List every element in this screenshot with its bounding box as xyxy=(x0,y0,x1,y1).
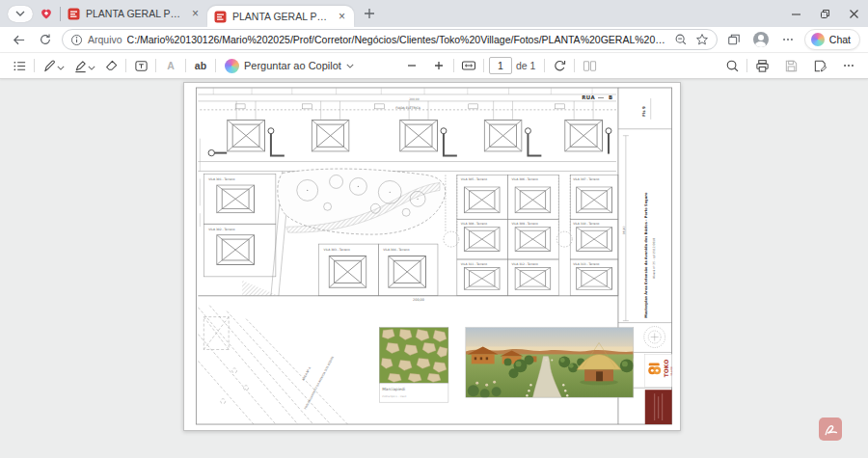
save-button[interactable] xyxy=(781,56,800,75)
pen-icon xyxy=(42,59,57,73)
tab-title: PLANTA GERAL PROJETO.pdf xyxy=(232,11,331,22)
stamp xyxy=(644,327,665,348)
pdf-toolbar: A ab Perguntar ao Copilot de 1 xyxy=(0,53,868,79)
table-of-contents-button[interactable] xyxy=(10,56,29,75)
pen-dropdown[interactable] xyxy=(57,57,65,74)
plot-label: VILA 310 - Terreno xyxy=(573,222,599,226)
save-icon xyxy=(784,59,799,73)
back-button[interactable] xyxy=(8,29,29,50)
open-in-acrobat-button[interactable] xyxy=(819,418,842,441)
printer-icon xyxy=(755,59,770,73)
pinned-tab[interactable] xyxy=(33,0,60,27)
file-scheme-label: Arquivo xyxy=(88,34,122,45)
street-name: RUA xyxy=(582,94,595,100)
zoom-in-page-button[interactable] xyxy=(429,56,448,75)
back-arrow-icon xyxy=(12,33,26,47)
save-as-icon xyxy=(813,59,827,73)
minimize-button[interactable] xyxy=(781,0,810,27)
two-page-icon xyxy=(583,59,597,73)
profile-button[interactable] xyxy=(750,29,772,50)
url-field[interactable]: Arquivo C:/Mario%20130126/Mario%202025/P… xyxy=(62,29,718,50)
restore-button[interactable] xyxy=(810,0,839,27)
tab-1[interactable]: PLANTA GERAL PROJETO.pdf × xyxy=(61,0,207,27)
bottom-dimension: 200,00 xyxy=(413,298,424,302)
rotate-button[interactable] xyxy=(550,56,569,75)
page-count-label: de 1 xyxy=(516,60,535,71)
chevron-down-icon xyxy=(15,11,25,16)
fit-to-width-button[interactable] xyxy=(459,56,478,75)
close-window-button[interactable] xyxy=(839,0,868,27)
right-dimension: 98,40 xyxy=(622,227,626,235)
logo-subtitle: VILLAGE xyxy=(670,365,673,375)
tab-search-button[interactable] xyxy=(8,6,33,22)
page-view-button[interactable] xyxy=(580,56,599,75)
plot-label: VILA 309 - Terreno xyxy=(512,222,538,226)
tab-close-button[interactable]: × xyxy=(190,9,201,18)
read-aloud-button[interactable]: A xyxy=(161,56,180,75)
pdf-favicon-icon xyxy=(68,8,80,20)
draw-pen-button[interactable] xyxy=(40,56,59,75)
refresh-icon xyxy=(39,33,52,46)
plot-label: VILA 307 - Terreno xyxy=(573,177,599,181)
minus-icon xyxy=(406,60,418,71)
plot-label: VILA 303 - Terreno xyxy=(324,248,350,252)
save-as-button[interactable] xyxy=(810,56,829,75)
tab-strip: PLANTA GERAL PROJETO.pdf × PLANTA GERAL … xyxy=(0,0,868,27)
zoom-out-icon[interactable] xyxy=(674,33,688,46)
toolbar-more-button[interactable] xyxy=(839,56,858,75)
diagonal-roads xyxy=(198,306,347,424)
electrical-line-label: FIADA ELÉTRICA xyxy=(395,106,421,110)
copilot-icon xyxy=(225,59,239,73)
zoom-out-page-button[interactable] xyxy=(402,56,421,75)
rotate-icon xyxy=(553,59,567,73)
window-controls xyxy=(781,0,868,27)
fit-width-icon xyxy=(461,58,476,73)
plot-label: VILA 305 - Terreno xyxy=(461,177,487,181)
highlighter-icon xyxy=(73,59,88,73)
favorites-star-icon[interactable] xyxy=(695,33,709,46)
plot-label: VILA 308 - Terreno xyxy=(461,222,487,226)
search-icon xyxy=(725,59,740,73)
pdf-favicon-icon xyxy=(214,11,227,23)
collections-icon xyxy=(727,33,741,46)
red-title-block xyxy=(645,390,672,424)
highlighter-button[interactable] xyxy=(70,56,90,75)
logo-title: TOKO xyxy=(663,360,669,378)
refresh-button[interactable] xyxy=(35,29,56,50)
ask-copilot-button[interactable]: Perguntar ao Copilot xyxy=(221,59,358,73)
plus-icon xyxy=(364,8,375,19)
text-box-icon xyxy=(134,59,149,73)
plot-label: VILA 302 - Terreno xyxy=(208,228,234,231)
sidewalk-splay xyxy=(242,281,279,296)
eraser-icon xyxy=(104,59,119,73)
print-button[interactable] xyxy=(752,56,772,75)
translate-button[interactable]: ab xyxy=(191,56,210,75)
add-text-button[interactable] xyxy=(131,56,150,75)
browser-menu-button[interactable] xyxy=(777,29,799,50)
collections-button[interactable] xyxy=(723,29,745,50)
chat-label: Chat xyxy=(829,34,851,45)
plot-label: VILA 311 - Terreno xyxy=(461,262,487,266)
strip-title: Masterplan Área Extensão da Avenida dos … xyxy=(643,192,648,318)
paving-caption: Marciapiedi Pietra tipo 1 - Travil xyxy=(379,383,448,402)
top-dimension: 200,00 xyxy=(409,97,419,101)
url-text: C:/Mario%20130126/Mario%202025/Prof/Corr… xyxy=(127,34,669,45)
highlighter-dropdown[interactable] xyxy=(88,57,95,74)
toko-logo: TOKO VILLAGE xyxy=(645,354,673,387)
new-tab-button[interactable] xyxy=(358,2,381,25)
tab-close-button[interactable]: × xyxy=(337,12,347,21)
resort-render-image xyxy=(466,328,634,399)
search-document-button[interactable] xyxy=(722,56,742,75)
plot-label: VILA 313 - Terreno xyxy=(573,262,599,266)
strip-subtitle: Alvará nº 25 - qd 15/12/2010 xyxy=(652,238,656,279)
copilot-icon xyxy=(811,33,825,46)
address-bar: Arquivo C:/Mario%20130126/Mario%202025/P… xyxy=(0,27,868,53)
plot-label: VILA 306 - Terreno xyxy=(512,177,538,181)
street-suffix: B xyxy=(609,94,612,100)
page-number-input[interactable] xyxy=(489,57,512,74)
copilot-chat-button[interactable]: Chat xyxy=(804,29,860,50)
park xyxy=(278,169,446,234)
tab-2[interactable]: PLANTA GERAL PROJETO.pdf × xyxy=(207,6,354,27)
eraser-button[interactable] xyxy=(101,56,121,75)
heart-favicon-icon xyxy=(40,7,53,20)
